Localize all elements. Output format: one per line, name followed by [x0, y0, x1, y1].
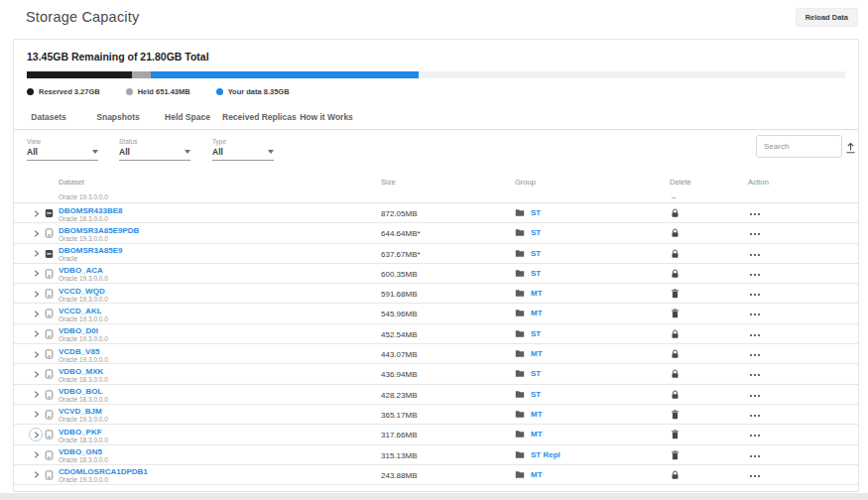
tab-received-replicas[interactable]: Received Replicas — [222, 112, 292, 122]
expand-chevron-icon[interactable] — [29, 327, 43, 341]
delete-cell[interactable] — [668, 349, 682, 359]
legend-label: Held 651.43MB — [138, 87, 190, 96]
dataset-name-link[interactable]: VCDB_V85 — [59, 347, 99, 356]
status-filter-label: Status — [119, 138, 190, 145]
action-menu-icon[interactable] — [749, 272, 761, 277]
expand-chevron-icon[interactable] — [29, 287, 43, 301]
expand-chevron-icon[interactable] — [29, 206, 43, 220]
view-filter-select[interactable]: View All — [27, 138, 98, 161]
expand-chevron-icon[interactable] — [29, 388, 43, 402]
action-menu-icon[interactable] — [749, 312, 761, 316]
dataset-name-link[interactable]: VDBO_D0I — [59, 326, 98, 335]
dataset-name-link[interactable]: VDBO_ACA — [59, 266, 103, 275]
group-link[interactable]: ST Repl — [531, 450, 560, 459]
delete-cell[interactable] — [668, 410, 682, 420]
pagination-range: 1 – 15 of 22 — [718, 490, 758, 492]
expand-chevron-icon[interactable] — [29, 267, 43, 281]
group-link[interactable]: MT — [531, 470, 543, 479]
dataset-name-link[interactable]: VDBO_BOL — [59, 387, 102, 396]
group-link[interactable]: MT — [531, 430, 543, 438]
dataset-name-link[interactable]: VDBO_PKF — [59, 428, 102, 437]
next-page-icon[interactable] — [818, 489, 829, 492]
delete-cell[interactable] — [668, 430, 682, 439]
dataset-type-icon — [45, 349, 54, 359]
tab-how-it-works[interactable]: How it Works — [292, 112, 361, 122]
dataset-size: 452.54MB — [381, 330, 417, 339]
delete-cell[interactable] — [668, 390, 682, 400]
expand-chevron-icon[interactable] — [29, 468, 43, 482]
delete-cell[interactable] — [668, 369, 682, 379]
group-link[interactable]: ST — [531, 390, 541, 399]
action-menu-icon[interactable] — [749, 352, 761, 357]
expand-chevron-icon[interactable] — [29, 448, 43, 462]
dataset-name-link[interactable]: VCCD_AKL — [59, 307, 102, 315]
last-page-icon[interactable] — [839, 489, 850, 492]
delete-cell[interactable] — [668, 309, 682, 318]
expand-chevron-icon[interactable] — [29, 247, 43, 261]
expand-chevron-icon[interactable] — [29, 347, 43, 361]
group-link[interactable]: ST — [531, 329, 541, 338]
status-filter-select[interactable]: Status All — [119, 138, 190, 161]
expand-chevron-icon[interactable] — [29, 408, 43, 422]
expand-chevron-icon[interactable] — [29, 428, 43, 441]
delete-cell[interactable] — [668, 208, 682, 218]
group-link[interactable]: MT — [531, 349, 543, 358]
dataset-size: 436.94MB — [381, 370, 417, 379]
tab-datasets[interactable]: Datasets — [14, 112, 83, 122]
group-link[interactable]: MT — [531, 289, 543, 298]
delete-cell[interactable] — [668, 470, 682, 480]
delete-cell[interactable] — [668, 228, 682, 238]
action-menu-icon[interactable] — [749, 393, 761, 398]
delete-cell[interactable] — [668, 249, 682, 259]
dataset-name-link[interactable]: VDBO_GN5 — [59, 447, 102, 456]
export-icon[interactable] — [845, 142, 856, 154]
action-menu-icon[interactable] — [749, 413, 761, 418]
tab-snapshots[interactable]: Snapshots — [83, 112, 153, 122]
dataset-name-link[interactable]: CDOMLOSRCA1DPDB1 — [59, 467, 148, 476]
tab-held-space[interactable]: Held Space — [153, 112, 222, 122]
table-row: VDBO_ACA Oracle 19.3.0.0.0 600.35MB ST — [14, 264, 858, 284]
action-menu-icon[interactable] — [749, 433, 761, 438]
delete-cell[interactable] — [668, 289, 682, 299]
delete-cell[interactable] — [668, 329, 682, 339]
dataset-name-link[interactable]: VDBO_MXK — [59, 367, 103, 376]
action-menu-icon[interactable] — [749, 453, 761, 458]
delete-cell[interactable] — [668, 450, 682, 460]
action-menu-icon[interactable] — [749, 231, 761, 236]
horizontal-scrollbar[interactable] — [0, 493, 868, 500]
dataset-name-link[interactable]: DBOMSR3A85E9 — [59, 246, 122, 255]
group-link[interactable]: ST — [531, 249, 541, 258]
dataset-name-link[interactable]: DBOMSR3A85E9PDB — [59, 226, 139, 235]
action-menu-icon[interactable] — [749, 211, 761, 216]
search-input[interactable] — [756, 135, 842, 158]
expand-chevron-icon[interactable] — [29, 307, 43, 320]
delete-cell[interactable] — [668, 269, 682, 279]
previous-page-icon[interactable] — [798, 489, 808, 492]
dataset-subtitle: Oracle 18.3.0.0.0 — [59, 376, 108, 383]
group-link[interactable]: ST — [531, 228, 541, 237]
group-link[interactable]: ST — [531, 208, 541, 217]
expand-chevron-icon[interactable] — [29, 226, 43, 240]
group-link[interactable]: ST — [531, 269, 541, 278]
first-page-icon[interactable] — [777, 489, 788, 492]
reload-data-button[interactable]: Reload Data — [796, 8, 858, 27]
type-filter-select[interactable]: Type All — [212, 138, 274, 161]
table-row: VCCD_WQD Oracle 19.3.0.0.0 591.68MB MT — [14, 284, 858, 304]
expand-chevron-icon[interactable] — [29, 367, 43, 381]
dataset-size: 644.64MB* — [381, 229, 421, 238]
action-menu-icon[interactable] — [749, 372, 761, 377]
action-menu-icon[interactable] — [749, 473, 761, 478]
action-menu-icon[interactable] — [749, 292, 761, 297]
legend-label: Reserved 3.27GB — [39, 87, 100, 96]
dataset-name-link[interactable]: VCVD_BJM — [59, 407, 102, 416]
group-link[interactable]: MT — [531, 309, 543, 317]
dataset-type-icon — [45, 228, 54, 238]
dataset-type-icon — [45, 249, 54, 259]
group-link[interactable]: MT — [531, 410, 543, 419]
dataset-name-link[interactable]: DBOMSR433BE8 — [59, 206, 122, 215]
items-per-page[interactable]: Items per page: 15 — [644, 490, 706, 492]
action-menu-icon[interactable] — [749, 252, 761, 257]
action-menu-icon[interactable] — [749, 332, 761, 337]
group-link[interactable]: ST — [531, 369, 541, 378]
dataset-name-link[interactable]: VCCD_WQD — [59, 287, 105, 296]
